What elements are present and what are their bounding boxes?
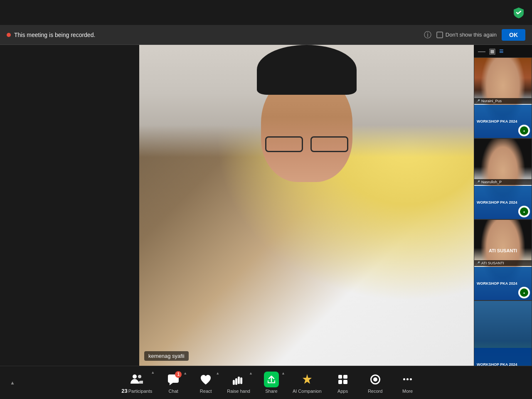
- participant-thumbnail-3[interactable]: ATI SUSANTI 🎤 ATI SUSANTI WORKSHOP PKA 2…: [474, 219, 532, 300]
- share-button[interactable]: Share ▲: [257, 370, 286, 395]
- toolbar-left: ▲: [8, 378, 17, 387]
- chat-label: Chat: [169, 389, 178, 394]
- left-panel: [0, 45, 139, 366]
- sidebar-minimize-btn[interactable]: —: [478, 47, 485, 55]
- muted-icon-1: 🎤: [476, 99, 480, 103]
- svg-text:✦: ✦: [523, 292, 525, 295]
- share-icon: [264, 372, 279, 387]
- svg-text:✦: ✦: [523, 211, 525, 214]
- speaker-name-badge: kemenag syafii: [144, 351, 189, 361]
- chat-button[interactable]: 1 Chat ▲: [159, 370, 188, 395]
- apps-button[interactable]: Apps: [328, 370, 357, 395]
- more-dot-2: [406, 378, 409, 380]
- record-label: Record: [368, 389, 382, 394]
- apps-dot-2: [343, 375, 347, 379]
- security-shield-icon[interactable]: [512, 6, 525, 19]
- record-circle-icon: [370, 374, 380, 384]
- participants-button[interactable]: 23 Participants ▲: [118, 369, 155, 396]
- share-box: [264, 372, 279, 387]
- apps-dot-3: [338, 380, 342, 384]
- more-label: More: [402, 389, 413, 394]
- info-icon[interactable]: ⓘ: [424, 30, 431, 40]
- apps-label: Apps: [337, 389, 348, 394]
- share-label: Share: [265, 389, 277, 394]
- workshop-card-2: WORKSHOP PKA 2024 ✦: [474, 186, 532, 219]
- ai-companion-button[interactable]: AI Companion: [289, 370, 325, 395]
- more-icon: [400, 372, 415, 387]
- participants-label: Participants: [128, 389, 152, 394]
- speaker-cap: [257, 45, 357, 95]
- participants-chevron-icon: ▲: [151, 370, 155, 374]
- record-icon: [368, 372, 383, 387]
- workshop-card-3: WORKSHOP PKA 2024 ✦: [474, 267, 532, 300]
- ati-name-overlay: ATI SUSANTI: [474, 248, 532, 253]
- record-button[interactable]: Record: [361, 370, 390, 395]
- ai-companion-icon: [300, 372, 315, 387]
- participant-thumbnail-2[interactable]: 🎤 Nasrulloh_P WORKSHOP PKA 2024 ✦: [474, 138, 532, 219]
- svg-rect-14: [238, 377, 240, 384]
- chat-chevron-icon: ▲: [183, 371, 187, 375]
- participant-1-name-bar: 🎤 Nuraini_Pus: [474, 98, 532, 104]
- apps-grid-icon: [338, 375, 347, 384]
- raise-hand-icon: [231, 372, 246, 387]
- participant-thumbnail-4[interactable]: WORKSHOP PKA 2024: [474, 300, 532, 366]
- speaker-glasses: [261, 134, 352, 151]
- workshop-title-4: WORKSHOP PKA 2024: [477, 362, 529, 366]
- raise-hand-label: Raise hand: [227, 389, 250, 394]
- workshop-card-4: WORKSHOP PKA 2024: [474, 348, 532, 366]
- dont-show-label[interactable]: Don't show this again: [436, 32, 497, 38]
- svg-rect-15: [240, 377, 242, 384]
- svg-text:✦: ✦: [523, 130, 525, 133]
- dont-show-checkbox[interactable]: [436, 32, 443, 38]
- svg-rect-13: [235, 378, 237, 385]
- more-button[interactable]: More: [393, 370, 422, 395]
- apps-dot-4: [343, 380, 347, 384]
- svg-rect-16: [233, 380, 235, 385]
- share-chevron-icon: ▲: [281, 371, 285, 375]
- recording-dot: [7, 33, 11, 37]
- chat-icon: 1: [166, 372, 181, 387]
- participants-count: 23: [121, 388, 127, 394]
- speaker-video: [139, 45, 474, 366]
- participant-thumbnail-1[interactable]: 🎤 Nuraini_Pus WORKSHOP PKA 2024 ✦: [474, 57, 532, 138]
- more-dot-1: [403, 378, 405, 380]
- apps-dot-1: [338, 375, 342, 379]
- sidebar-gallery-btn[interactable]: ≡: [499, 47, 504, 55]
- raise-hand-chevron-icon: ▲: [249, 371, 253, 375]
- svg-marker-17: [303, 374, 312, 384]
- right-sidebar: — ▣ ≡ 🎤 Nuraini_Pus WORKSHOP PKA 2024 ✦: [474, 45, 532, 366]
- ai-companion-label: AI Companion: [293, 389, 322, 394]
- workshop-card-1: WORKSHOP PKA 2024 ✦: [474, 105, 532, 138]
- react-label: React: [200, 389, 212, 394]
- org-logo-2: ✦: [518, 206, 530, 217]
- chat-badge: 1: [175, 371, 182, 378]
- participant-3-name: ATI SUSANTI: [481, 261, 504, 265]
- participant-2-name: Nasrulloh_P: [481, 180, 502, 184]
- participant-2-name-bar: 🎤 Nasrulloh_P: [474, 179, 532, 185]
- workshop-title-3: WORKSHOP PKA 2024: [477, 281, 529, 286]
- raise-hand-button[interactable]: Raise hand ▲: [224, 370, 254, 395]
- chevron-up-button[interactable]: ▲: [8, 378, 17, 387]
- svg-point-10: [133, 374, 137, 379]
- workshop-title-2: WORKSHOP PKA 2024: [477, 200, 529, 205]
- apps-icon: [335, 372, 350, 387]
- svg-point-11: [138, 375, 141, 378]
- sidebar-tile-btn[interactable]: ▣: [489, 47, 496, 55]
- workshop-title-1: WORKSHOP PKA 2024: [477, 119, 529, 124]
- toolbar-center: 23 Participants ▲ 1 Chat ▲: [17, 369, 524, 396]
- bottom-toolbar: ▲ 23 Participants ▲: [0, 366, 532, 399]
- recording-text: This meeting is being recorded.: [14, 32, 95, 38]
- more-dot-3: [410, 378, 412, 380]
- participant-4-video: WORKSHOP PKA 2024: [474, 301, 532, 366]
- more-dots-icon: [403, 378, 412, 380]
- top-bar: [0, 0, 532, 25]
- org-logo-3: ✦: [518, 287, 530, 298]
- muted-icon-3: 🎤: [476, 261, 480, 265]
- muted-icon-2: 🎤: [476, 180, 480, 184]
- sidebar-controls: — ▣ ≡: [474, 45, 532, 57]
- ok-button[interactable]: OK: [502, 29, 525, 41]
- participant-1-name: Nuraini_Pus: [481, 99, 502, 103]
- recording-banner: This meeting is being recorded. ⓘ Don't …: [0, 25, 532, 45]
- react-icon: [198, 372, 213, 387]
- react-button[interactable]: React ▲: [191, 370, 220, 395]
